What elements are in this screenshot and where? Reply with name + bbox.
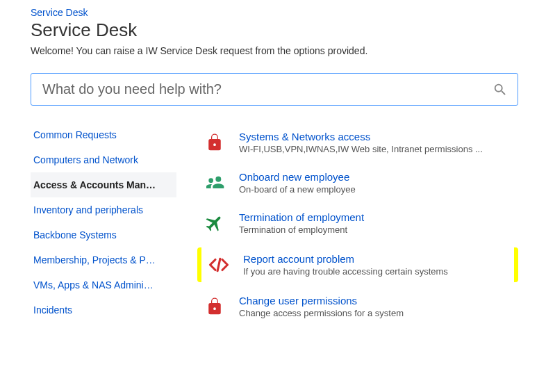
welcome-text: Welcome! You can raise a IW Service Desk… [31,45,518,56]
sidebar-item-vms-apps[interactable]: VMs, Apps & NAS Admini… [31,272,176,297]
request-systems-networks[interactable]: Systems & Networks access WI-FI,USB,VPN,… [197,122,518,163]
code-icon [207,253,231,277]
plane-icon [203,211,226,235]
sidebar-item-access-accounts[interactable]: Access & Accounts Man… [31,172,176,197]
page-title: Service Desk [31,19,518,41]
request-onboard-employee[interactable]: Onboard new employee On-board of a new e… [197,163,518,203]
lock-icon [203,295,226,318]
sidebar-item-computers-network[interactable]: Computers and Network [31,147,176,172]
request-desc: Change access permissions for a system [239,308,513,318]
search-input[interactable] [41,81,493,98]
request-termination[interactable]: Termination of employment Termination of… [197,203,518,243]
sidebar-item-common-requests[interactable]: Common Requests [31,122,176,147]
sidebar-item-backbone[interactable]: Backbone Systems [31,222,176,247]
search-box[interactable] [31,73,518,106]
sidebar-item-inventory[interactable]: Inventory and peripherals [31,197,176,222]
request-title: Termination of employment [239,211,513,223]
request-change-permissions[interactable]: Change user permissions Change access pe… [197,286,518,327]
people-icon [203,171,226,195]
breadcrumb: Service Desk [31,7,518,18]
request-report-account[interactable]: Report account problem If you are having… [201,247,514,282]
request-desc: WI-FI,USB,VPN,IWNAS,IW Web site, Intrane… [239,144,513,154]
request-title: Report account problem [243,253,508,265]
request-list: Systems & Networks access WI-FI,USB,VPN,… [197,122,518,327]
request-report-account-highlight: Report account problem If you are having… [197,247,518,282]
sidebar-item-membership[interactable]: Membership, Projects & P… [31,247,176,272]
sidebar: Common Requests Computers and Network Ac… [31,122,176,327]
sidebar-item-incidents[interactable]: Incidents [31,297,176,322]
request-desc: On-board of a new employee [239,184,513,195]
search-icon [493,82,508,97]
request-title: Systems & Networks access [239,131,513,142]
lock-icon [203,131,226,154]
request-desc: If you are having trouble accessing cert… [243,266,508,277]
request-desc: Termination of employment [239,224,513,235]
svg-line-0 [217,259,220,271]
request-title: Onboard new employee [239,171,513,183]
request-title: Change user permissions [239,295,513,307]
breadcrumb-link[interactable]: Service Desk [31,7,88,18]
